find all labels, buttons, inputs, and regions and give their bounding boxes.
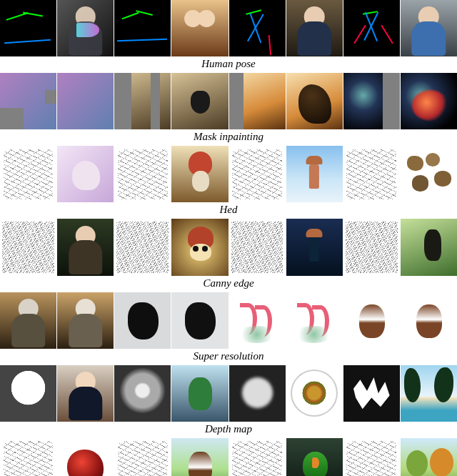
tile-depth-output	[57, 365, 114, 422]
tile-mask-output	[401, 73, 457, 129]
tile-sr-condition	[114, 292, 171, 349]
row-label: Canny edge	[0, 276, 457, 292]
tile-canny-output	[57, 219, 114, 275]
tile-sr-output	[57, 292, 114, 349]
tile-canny-output	[286, 219, 343, 275]
tile-sr-output	[171, 292, 228, 349]
tile-depth-output	[171, 365, 228, 422]
row-label: Human pose	[0, 56, 457, 73]
tile-depth-condition	[343, 365, 400, 422]
tile-hed-condition	[114, 146, 171, 202]
row-label: Hed	[0, 202, 457, 219]
tile-sr-condition	[0, 292, 56, 349]
tile-pose-condition	[0, 0, 56, 56]
tile-canny-condition	[343, 219, 400, 275]
tile-pose-condition	[114, 0, 171, 56]
row-hed	[0, 146, 457, 202]
row-label: Depth map	[0, 422, 457, 438]
tile-depth-condition	[114, 365, 171, 422]
tile-mask-output	[57, 73, 114, 129]
tile-canny-condition	[0, 219, 56, 275]
tile-sr-condition	[229, 292, 286, 349]
tile-sketch-output	[171, 438, 228, 476]
tile-sketch-output	[286, 438, 343, 476]
tile-hed-output	[401, 146, 457, 202]
tile-hed-condition	[0, 146, 56, 202]
tile-hed-condition	[229, 146, 286, 202]
tile-hed-condition	[343, 146, 400, 202]
tile-mask-condition	[229, 73, 286, 129]
row-label: Super resolution	[0, 349, 457, 365]
tile-sketch-condition	[229, 438, 286, 476]
tile-mask-output	[171, 73, 228, 129]
tile-sr-output	[286, 292, 343, 349]
tile-sr-condition	[343, 292, 400, 349]
row-sketch	[0, 438, 457, 476]
row-label: Mask inpainting	[0, 129, 457, 146]
tile-depth-condition	[0, 365, 56, 422]
row-depth-map	[0, 365, 457, 422]
tile-canny-condition	[229, 219, 286, 275]
tile-canny-output	[401, 219, 457, 275]
tile-canny-output	[171, 219, 228, 275]
figure-grid: Human pose Mask inpainting	[0, 0, 457, 476]
tile-hed-output	[57, 146, 114, 202]
tile-sketch-condition	[343, 438, 400, 476]
tile-sketch-condition	[0, 438, 56, 476]
tile-sketch-output	[57, 438, 114, 476]
row-super-resolution	[0, 292, 457, 349]
row-mask-inpainting	[0, 73, 457, 129]
tile-mask-condition	[0, 73, 56, 129]
tile-pose-condition	[343, 0, 400, 56]
tile-canny-condition	[114, 219, 171, 275]
tile-mask-output	[286, 73, 343, 129]
tile-mask-condition	[114, 73, 171, 129]
tile-sketch-output	[401, 438, 457, 476]
row-human-pose	[0, 0, 457, 56]
tile-mask-condition	[343, 73, 400, 129]
tile-depth-output	[286, 365, 343, 422]
tile-sr-output	[401, 292, 457, 349]
tile-pose-output	[171, 0, 228, 56]
tile-hed-output	[171, 146, 228, 202]
tile-pose-condition	[229, 0, 286, 56]
tile-depth-output	[401, 365, 457, 422]
row-canny-edge	[0, 219, 457, 275]
tile-pose-output	[57, 0, 114, 56]
tile-depth-condition	[229, 365, 286, 422]
tile-pose-output	[286, 0, 343, 56]
tile-hed-output	[286, 146, 343, 202]
tile-sketch-condition	[114, 438, 171, 476]
tile-pose-output	[401, 0, 457, 56]
